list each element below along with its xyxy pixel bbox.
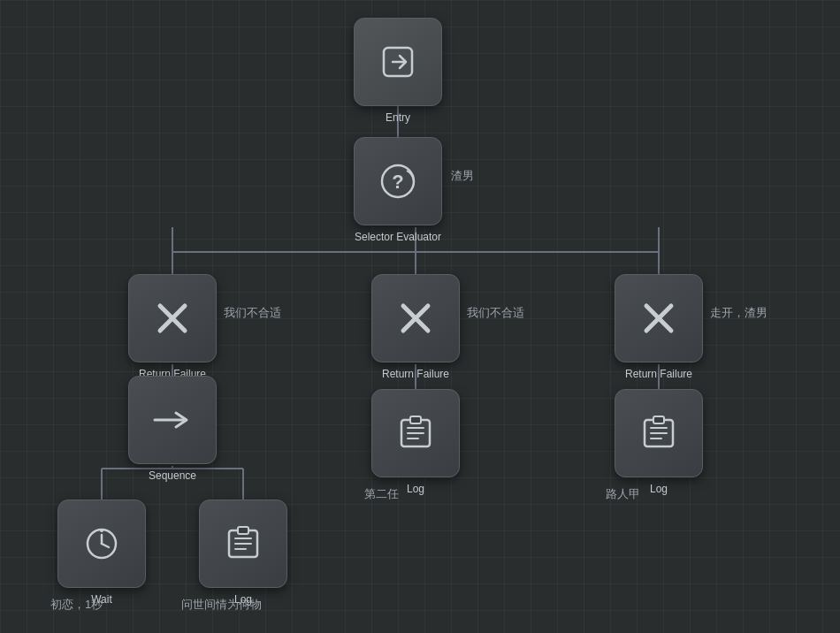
log-right-comment: 路人甲	[606, 486, 640, 502]
svg-rect-43	[238, 527, 248, 534]
wait-box[interactable]	[57, 500, 146, 588]
sequence-box[interactable]	[128, 376, 217, 464]
log-mid-comment: 第二任	[364, 486, 399, 502]
svg-rect-34	[653, 416, 664, 423]
return-failure-mid-box[interactable]	[371, 274, 460, 362]
return-failure-left-box[interactable]	[128, 274, 217, 362]
svg-rect-29	[410, 416, 421, 423]
svg-point-38	[100, 529, 103, 532]
selector-node[interactable]: ? Selector Evaluator 渣男	[354, 137, 442, 243]
selector-comment: 渣男	[451, 168, 474, 184]
entry-node[interactable]: Entry	[354, 18, 442, 124]
selector-label: Selector Evaluator	[355, 231, 441, 243]
svg-line-37	[102, 544, 109, 547]
log-right-label: Log	[650, 483, 668, 495]
wait-icon	[84, 526, 119, 561]
log-right-box[interactable]	[615, 389, 703, 477]
log-bottom-icon	[226, 526, 260, 561]
x-icon-mid	[396, 299, 435, 338]
sequence-label: Sequence	[149, 469, 196, 482]
log-right-node[interactable]: Log 路人甲	[615, 389, 703, 495]
return-failure-mid-node[interactable]: Return Failure 我们不合适	[371, 274, 460, 380]
return-failure-mid-label: Return Failure	[382, 368, 449, 380]
wait-label: Wait	[91, 593, 112, 606]
log-right-icon	[642, 416, 676, 451]
selector-box[interactable]: ?	[354, 137, 442, 225]
x-icon-right	[639, 299, 678, 338]
log-mid-node[interactable]: Log 第二任	[371, 389, 460, 495]
log-mid-icon	[399, 416, 432, 451]
sequence-icon	[153, 409, 192, 431]
entry-box[interactable]	[354, 18, 442, 106]
log-bottom-label: Log	[234, 593, 252, 606]
wait-node[interactable]: Wait 初恋，1秒	[57, 500, 146, 606]
selector-icon: ?	[378, 162, 417, 201]
entry-icon	[380, 44, 416, 80]
svg-text:?: ?	[392, 171, 403, 193]
log-mid-box[interactable]	[371, 389, 460, 477]
log-mid-label: Log	[407, 483, 424, 495]
return-failure-right-node[interactable]: Return Failure 走开，渣男	[615, 274, 703, 380]
return-failure-right-box[interactable]	[615, 274, 703, 362]
log-bottom-box[interactable]	[199, 500, 287, 588]
log-bottom-node[interactable]: Log 问世间情为何物	[199, 500, 287, 606]
return-failure-left-comment: 我们不合适	[224, 305, 281, 321]
return-failure-right-label: Return Failure	[625, 368, 692, 380]
return-failure-mid-comment: 我们不合适	[467, 305, 524, 321]
x-icon-left	[153, 299, 192, 338]
return-failure-left-node[interactable]: Return Failure 我们不合适	[128, 274, 217, 380]
sequence-node[interactable]: Sequence	[128, 376, 217, 482]
entry-label: Entry	[386, 111, 410, 124]
return-failure-right-comment: 走开，渣男	[710, 305, 767, 321]
